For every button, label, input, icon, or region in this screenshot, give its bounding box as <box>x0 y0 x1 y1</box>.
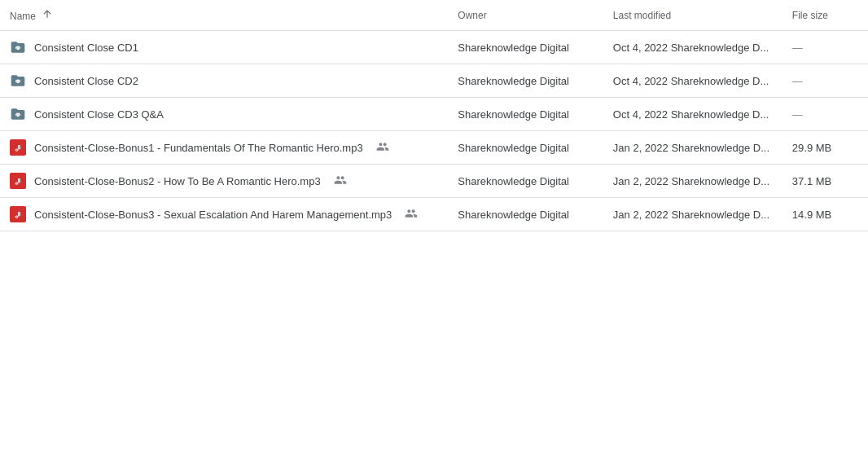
file-owner: Shareknowledge Digital <box>448 131 603 165</box>
file-modified: Oct 4, 2022 Shareknowledge D... <box>603 64 783 98</box>
column-header-modified[interactable]: Last modified <box>603 0 783 31</box>
file-modified: Oct 4, 2022 Shareknowledge D... <box>603 31 783 64</box>
name-label: Name <box>10 11 36 22</box>
file-name: Consistent Close CD3 Q&A <box>34 108 164 121</box>
file-owner: Shareknowledge Digital <box>448 64 603 98</box>
svg-rect-12 <box>18 178 20 179</box>
modified-label: Last modified <box>613 10 671 21</box>
shared-icon <box>376 140 389 156</box>
table-row[interactable]: Consistent Close CD2 Shareknowledge Digi… <box>0 64 868 98</box>
column-header-name[interactable]: Name <box>0 0 448 31</box>
file-modified: Jan 2, 2022 Shareknowledge D... <box>603 198 783 231</box>
folder-icon <box>10 39 26 55</box>
file-name-cell: Consistent-Close-Bonus3 - Sexual Escalat… <box>0 198 448 231</box>
file-owner: Shareknowledge Digital <box>448 98 603 131</box>
file-name-cell: Consistent Close CD2 <box>0 64 448 98</box>
file-name: Consistent-Close-Bonus1 - Fundamentals O… <box>34 142 363 154</box>
file-size: — <box>783 98 868 131</box>
svg-rect-17 <box>18 212 20 213</box>
file-size: 29.9 MB <box>783 131 868 165</box>
file-name: Consistent-Close-Bonus2 - How To Be A Ro… <box>34 175 321 187</box>
svg-rect-7 <box>18 145 20 146</box>
owner-label: Owner <box>458 10 486 21</box>
svg-point-1 <box>16 81 19 83</box>
sort-icon <box>42 8 53 20</box>
svg-rect-11 <box>19 179 20 183</box>
file-size: — <box>783 31 868 64</box>
file-name-cell: Consistent-Close-Bonus1 - Fundamentals O… <box>0 131 448 165</box>
table-row[interactable]: Consistent-Close-Bonus1 - Fundamentals O… <box>0 131 868 165</box>
size-label: File size <box>792 10 828 21</box>
folder-icon <box>10 73 26 89</box>
mp3-icon <box>10 173 26 189</box>
folder-icon <box>10 106 26 122</box>
file-owner: Shareknowledge Digital <box>448 31 603 64</box>
file-modified: Jan 2, 2022 Shareknowledge D... <box>603 131 783 165</box>
file-name: Consistent Close CD2 <box>34 75 138 87</box>
mp3-icon <box>10 139 26 156</box>
file-owner: Shareknowledge Digital <box>448 198 603 231</box>
mp3-icon <box>10 206 26 222</box>
svg-point-4 <box>15 149 17 150</box>
table-row[interactable]: Consistent Close CD3 Q&A Shareknowledge … <box>0 98 868 131</box>
shared-icon <box>334 174 347 189</box>
shared-icon <box>405 207 418 222</box>
file-size: 14.9 MB <box>783 198 868 231</box>
file-modified: Jan 2, 2022 Shareknowledge D... <box>603 165 783 198</box>
file-size: — <box>783 64 868 98</box>
file-name: Consistent-Close-Bonus3 - Sexual Escalat… <box>34 209 392 221</box>
table-row[interactable]: Consistent-Close-Bonus2 - How To Be A Ro… <box>0 165 868 198</box>
column-header-owner[interactable]: Owner <box>448 0 603 31</box>
svg-point-0 <box>16 47 19 50</box>
file-modified: Oct 4, 2022 Shareknowledge D... <box>603 98 783 131</box>
table-row[interactable]: Consistent-Close-Bonus3 - Sexual Escalat… <box>0 198 868 231</box>
file-name-cell: Consistent Close CD1 <box>0 31 448 64</box>
svg-point-2 <box>16 114 19 117</box>
file-name: Consistent Close CD1 <box>34 42 138 54</box>
file-owner: Shareknowledge Digital <box>448 165 603 198</box>
file-name-cell: Consistent-Close-Bonus2 - How To Be A Ro… <box>0 165 448 198</box>
svg-rect-6 <box>19 146 20 149</box>
svg-point-9 <box>15 183 17 183</box>
column-header-size[interactable]: File size <box>783 0 868 31</box>
file-size: 37.1 MB <box>783 165 868 198</box>
svg-rect-16 <box>19 213 20 216</box>
table-row[interactable]: Consistent Close CD1 Shareknowledge Digi… <box>0 31 868 64</box>
file-name-cell: Consistent Close CD3 Q&A <box>0 98 448 131</box>
file-table: Name Owner Last modified File size <box>0 0 868 231</box>
svg-point-14 <box>15 216 17 217</box>
